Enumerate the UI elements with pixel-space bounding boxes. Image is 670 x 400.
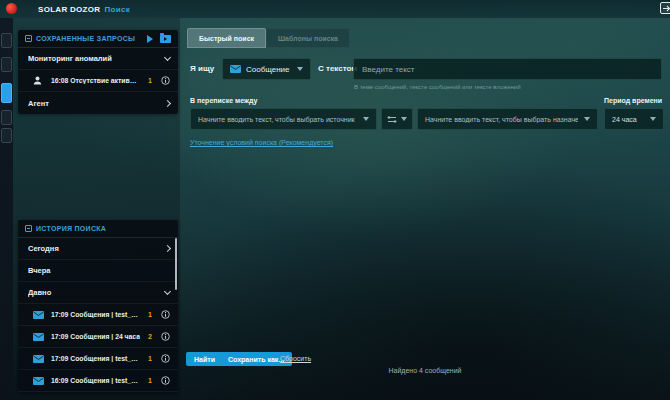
text-hint: В теме сообщений, тексте сообщений или т…: [354, 84, 521, 90]
history-group-long-ago[interactable]: Давно: [18, 282, 178, 304]
saved-queries-title: СОХРАНЕННЫЕ ЗАПРОСЫ: [36, 35, 147, 42]
logout-icon[interactable]: [660, 2, 670, 14]
period-label: Период времени: [604, 97, 662, 104]
period-value: 24 часа: [612, 116, 644, 123]
history-item-label: 17:09 Сообщения | test_5 | 24 ч..: [51, 311, 140, 318]
info-icon[interactable]: [161, 332, 170, 341]
results-status: Найдено 4 сообщений: [180, 367, 670, 374]
rail-item-4[interactable]: [1, 110, 12, 125]
between-label: В переписке между: [190, 97, 257, 104]
seek-label: Я ищу: [190, 64, 214, 73]
envelope-icon: [33, 355, 44, 363]
history-header: ИСТОРИЯ ПОИСКА: [18, 220, 178, 238]
run-query-icon[interactable]: [147, 35, 153, 43]
result-count-badge: 2: [140, 333, 152, 340]
tab-label: Шаблоны поиска: [278, 35, 338, 42]
saved-group-agent[interactable]: Агент: [18, 92, 178, 114]
top-bar: SOLAR DOZORПоиск: [0, 0, 670, 18]
chevron-down-icon: [584, 117, 590, 121]
saved-group-label: Мониторинг аномалий: [28, 54, 165, 63]
chevron-down-icon: [401, 117, 407, 121]
saved-queries-panel: СОХРАНЕННЫЕ ЗАПРОСЫ Мониторинг аномалий …: [18, 30, 178, 114]
envelope-icon: [33, 333, 44, 341]
info-icon[interactable]: [161, 354, 170, 363]
destination-select[interactable]: Начните вводить текст, чтобы выбрать наз…: [417, 108, 598, 130]
saved-group-monitoring[interactable]: Мониторинг аномалий: [18, 48, 178, 70]
history-group-yesterday[interactable]: Вчера: [18, 260, 178, 282]
chevron-right-icon: [164, 245, 171, 252]
saved-query-label: 16:08 Отсутствие активности: [51, 77, 140, 84]
message-type-select[interactable]: Сообщение: [222, 58, 311, 80]
find-button[interactable]: Найти: [186, 352, 223, 366]
result-count-badge: 1: [140, 77, 152, 84]
period-select[interactable]: 24 часа: [604, 108, 664, 130]
person-icon: [33, 76, 42, 85]
message-type-value: Сообщение: [246, 65, 291, 74]
saved-query-item[interactable]: 16:08 Отсутствие активности 1: [18, 70, 178, 92]
section-name: Поиск: [104, 5, 130, 14]
history-item[interactable]: 16:09 Сообщения | test_2 | 24 ч.. 1: [18, 370, 178, 392]
history-group-today[interactable]: Сегодня: [18, 238, 178, 260]
history-item-label: 17:09 Сообщения | test_3 | 24 ч..: [51, 355, 140, 362]
with-text-label: С текстом: [318, 64, 357, 73]
history-item[interactable]: 17:09 Сообщения | test_3 | 24 ч.. 1: [18, 348, 178, 370]
info-icon[interactable]: [161, 76, 170, 85]
history-item[interactable]: 17:09 Сообщения | 24 часа 2: [18, 326, 178, 348]
rail-item-5[interactable]: [1, 128, 12, 143]
refine-conditions-link[interactable]: Уточнение условий поиска (Рекомендуется): [190, 139, 333, 146]
reset-link[interactable]: Сбросить: [280, 355, 311, 362]
app-window: SOLAR DOZORПоиск СОХРАНЕННЫЕ ЗАПРОСЫ Мон…: [0, 0, 670, 400]
chevron-down-icon: [650, 117, 656, 121]
info-icon[interactable]: [161, 310, 170, 319]
rail-item-2[interactable]: [1, 57, 12, 72]
chevron-right-icon: [164, 99, 171, 106]
result-count-badge: 1: [140, 311, 152, 318]
chevron-down-icon: [297, 67, 303, 71]
info-icon[interactable]: [161, 376, 170, 385]
search-text-input[interactable]: [353, 58, 662, 80]
search-tabs: Быстрый поиск Шаблоны поиска: [187, 28, 350, 48]
result-count-badge: 1: [140, 355, 152, 362]
destination-placeholder: Начните вводить текст, чтобы выбрать наз…: [425, 116, 578, 123]
history-item[interactable]: 17:09 Сообщения | test_5 | 24 ч.. 1: [18, 304, 178, 326]
source-select[interactable]: Начните вводить текст, чтобы выбрать ист…: [190, 108, 377, 130]
brand-name: SOLAR DOZOR: [38, 5, 100, 14]
history-item-label: 16:09 Сообщения | test_2 | 24 ч..: [51, 377, 140, 384]
rail-item-3-active[interactable]: [1, 83, 12, 103]
source-placeholder: Начните вводить текст, чтобы выбрать ист…: [198, 116, 357, 123]
collapse-icon[interactable]: [25, 225, 32, 232]
tab-quick-search[interactable]: Быстрый поиск: [187, 28, 266, 48]
chevron-down-icon: [164, 54, 171, 61]
swap-arrows-icon: [387, 115, 397, 124]
tab-label: Быстрый поиск: [199, 35, 254, 42]
history-group-label: Сегодня: [28, 244, 165, 253]
swap-direction-select[interactable]: [381, 108, 413, 130]
history-title: ИСТОРИЯ ПОИСКА: [36, 225, 171, 232]
folder-add-icon[interactable]: [160, 35, 171, 43]
chevron-down-icon: [363, 117, 369, 121]
tab-search-templates[interactable]: Шаблоны поиска: [266, 28, 350, 48]
envelope-icon: [230, 65, 241, 73]
saved-group-label: Агент: [28, 99, 165, 108]
saved-queries-header: СОХРАНЕННЫЕ ЗАПРОСЫ: [18, 30, 178, 48]
result-count-badge: 1: [140, 377, 152, 384]
history-group-label: Давно: [28, 288, 165, 297]
collapse-icon[interactable]: [25, 35, 32, 42]
app-title: SOLAR DOZORПоиск: [38, 5, 130, 14]
left-nav-rail: [0, 18, 13, 400]
history-group-label: Вчера: [28, 266, 170, 275]
history-item-label: 17:09 Сообщения | 24 часа: [51, 333, 140, 340]
envelope-icon: [33, 311, 44, 319]
solar-logo-icon: [6, 3, 17, 14]
envelope-icon: [33, 377, 44, 385]
chevron-down-icon: [164, 288, 171, 295]
rail-item-1[interactable]: [1, 33, 12, 48]
scrollbar-thumb[interactable]: [175, 238, 177, 290]
search-history-panel: ИСТОРИЯ ПОИСКА Сегодня Вчера Давно 17:09…: [18, 220, 178, 393]
